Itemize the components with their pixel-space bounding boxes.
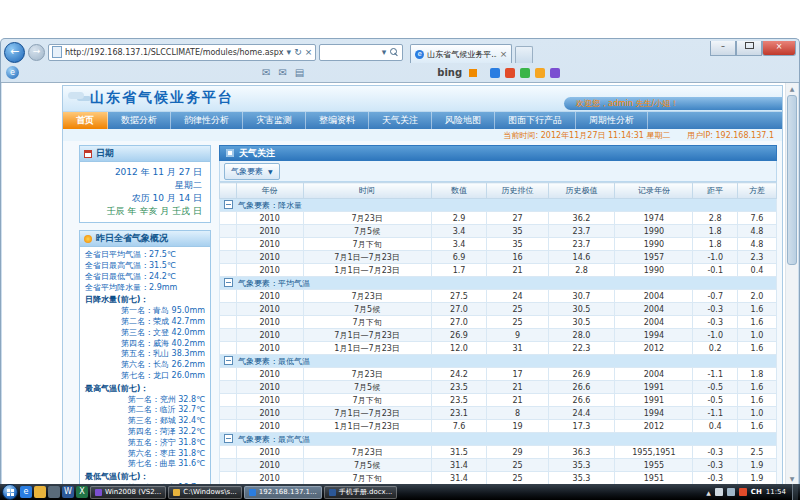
column-header[interactable]: 记录年份 [615,183,693,199]
table-row[interactable]: 20101月1日—7月23日7.61917.320120.41.6 [220,420,777,433]
document-icon[interactable]: ▤ [295,68,304,78]
table-cell: 2010 [236,420,303,433]
table-cell: 4.8 [737,238,776,251]
maximize-button[interactable] [736,41,762,56]
quicklaunch-explorer-icon[interactable] [34,486,46,498]
search-input[interactable]: ▾ [319,44,403,61]
collapse-icon[interactable] [224,200,233,209]
scroll-up-icon[interactable]: ▲ [786,83,798,94]
plugin-icon[interactable] [535,68,545,78]
search-icon[interactable] [390,48,398,56]
table-row[interactable]: 20107月1日—7月23日6.91614.61957-1.02.3 [220,251,777,264]
back-button[interactable]: ← [4,42,25,63]
nav-item-韵律性分析[interactable]: 韵律性分析 [171,112,243,129]
plugin-icon[interactable] [490,68,500,78]
table-section-row[interactable]: 气象要素：降水量 [220,199,777,212]
table-row[interactable]: 20107月5候23.52126.61991-0.51.6 [220,381,777,394]
table-row[interactable]: 20107月23日27.52430.72004-0.72.0 [220,290,777,303]
quicklaunch-media-icon[interactable] [48,486,60,498]
tab-close-icon[interactable]: × [500,49,508,59]
volume-icon[interactable] [727,488,735,496]
table-row[interactable]: 20107月23日24.21726.92004-1.11.8 [220,368,777,381]
table-section-row[interactable]: 气象要素：平均气温 [220,277,777,290]
table-section-row[interactable]: 气象要素：最低气温 [220,355,777,368]
collapse-icon[interactable] [224,434,233,443]
table-cell: 1.9 [737,459,776,472]
vertical-scrollbar[interactable]: ▲ ▼ [785,83,798,484]
table-row[interactable]: 20107月下旬27.02530.52004-0.31.6 [220,316,777,329]
address-bar[interactable]: http://192.168.137.1/SLCCLIMATE/modules/… [48,44,316,61]
network-icon[interactable] [715,488,723,496]
nav-item-数据分析[interactable]: 数据分析 [108,112,171,129]
table-row[interactable]: 20107月23日2.92736.219742.87.6 [220,212,777,225]
table-cell: 2010 [236,251,303,264]
column-header[interactable]: 历史极值 [548,183,615,199]
nav-item-风险地图[interactable]: 风险地图 [432,112,495,129]
language-indicator[interactable]: CH [751,488,762,496]
mail-icon[interactable]: ✉ [262,68,270,78]
compat-view-icon[interactable]: ▾ [287,48,292,57]
collapse-icon[interactable] [224,278,233,287]
table-row[interactable]: 20107月5候3.43523.719901.84.8 [220,225,777,238]
clock[interactable]: 11:54 [766,488,786,496]
close-button[interactable]: × [762,41,796,56]
table-row[interactable]: 20107月下旬3.43523.719901.84.8 [220,238,777,251]
table-section-row[interactable]: 气象要素：最高气温 [220,433,777,446]
browser-tab[interactable]: e 山东省气候业务平... × [410,44,512,63]
scrollbar-thumb[interactable] [787,95,797,265]
minimize-button[interactable]: – [710,41,736,56]
notification-icon[interactable] [739,488,747,496]
table-cell: 36.2 [548,212,615,225]
search-dropdown-icon[interactable]: ▾ [382,48,387,57]
nav-item-整编资料[interactable]: 整编资料 [306,112,369,129]
quicklaunch-ie-icon[interactable]: e [20,486,32,498]
url-text[interactable]: http://192.168.137.1/SLCCLIMATE/modules/… [65,48,284,57]
table-row[interactable]: 20107月下旬23.52126.61991-0.51.6 [220,394,777,407]
forward-button[interactable]: → [28,44,45,61]
collapse-icon[interactable] [224,356,233,365]
table-row[interactable]: 20107月5候31.42535.31955-0.31.9 [220,459,777,472]
new-tab-button[interactable] [515,46,533,63]
column-header[interactable]: 方差 [737,183,776,199]
table-row[interactable]: 20107月1日—7月23日26.9928.01994-1.01.0 [220,329,777,342]
nav-item-天气关注[interactable]: 天气关注 [369,112,432,129]
table-row[interactable]: 20107月下旬31.42535.31951-0.31.9 [220,472,777,485]
column-header[interactable]: 历史排位 [487,183,548,199]
plugin-icon[interactable] [520,68,530,78]
ie-logo-icon[interactable]: e [6,66,19,79]
taskbar-window-button[interactable]: 192.168.137.1... [244,486,322,499]
table-row[interactable]: 20107月5候27.02530.52004-0.31.6 [220,303,777,316]
column-header[interactable]: 数值 [431,183,487,199]
nav-item-首页[interactable]: 首页 [63,112,108,129]
tab-title[interactable]: 山东省气候业务平... [427,49,496,60]
column-header[interactable]: 时间 [303,183,431,199]
column-header[interactable]: 年份 [236,183,303,199]
nav-item-灾害监测[interactable]: 灾害监测 [243,112,306,129]
show-desktop-button[interactable] [792,484,798,500]
table-row[interactable]: 20101月1日—7月23日1.7212.81990-0.10.4 [220,264,777,277]
bing-logo[interactable]: bing [437,67,462,78]
element-filter-button[interactable]: 气象要素 ▼ [224,163,280,180]
plugin-icon[interactable] [550,68,560,78]
table-row[interactable]: 20107月1日—7月23日23.1824.41994-1.11.0 [220,407,777,420]
nav-item-图面下行产品[interactable]: 图面下行产品 [495,112,576,129]
nav-item-周期性分析[interactable]: 周期性分析 [576,112,648,129]
taskbar-window-button[interactable]: Win2008 (VS2... [90,486,166,499]
taskbar-window-button[interactable]: C:\Windows\s... [168,486,242,499]
plugin-icon[interactable] [505,68,515,78]
table-row[interactable]: 20101月1日—7月23日12.03122.320120.21.6 [220,342,777,355]
scroll-down-icon[interactable]: ▼ [786,473,798,484]
table-cell: 12.0 [431,342,487,355]
taskbar-window-button[interactable]: 手机手册.docx... [324,486,398,499]
mail-icon[interactable]: ✉ [278,68,286,78]
quicklaunch-excel-icon[interactable]: X [76,486,88,498]
stop-icon[interactable]: × [305,48,313,57]
tray-expand-icon[interactable]: ▲ [706,489,711,496]
quicklaunch-word-icon[interactable]: W [62,486,74,498]
bing-button-icon[interactable] [469,69,477,77]
column-header[interactable]: 距平 [693,183,738,199]
refresh-icon[interactable]: ↻ [294,48,302,57]
rank-list-item: 第五名：济宁 31.8℃ [85,438,205,449]
table-row[interactable]: 20107月23日31.52936.31955,1951-0.32.5 [220,446,777,459]
start-button[interactable] [2,484,18,500]
